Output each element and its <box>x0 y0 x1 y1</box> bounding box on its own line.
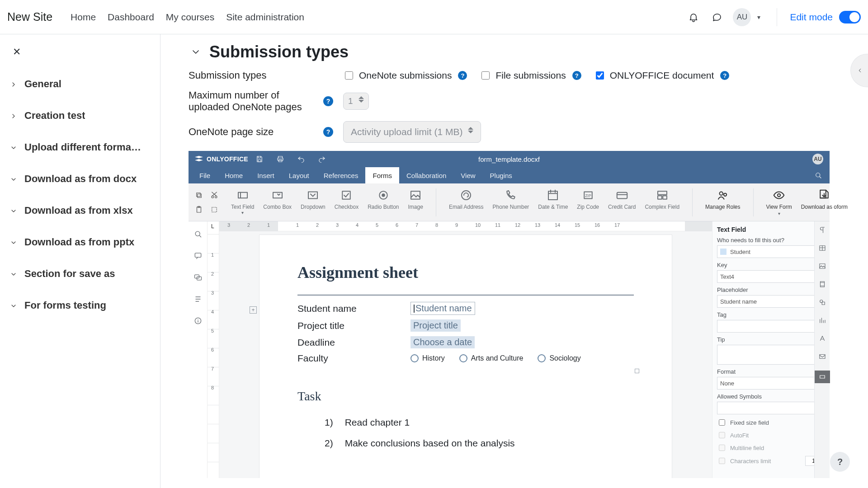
btn-zip[interactable]: ZIPZip Code <box>577 188 599 210</box>
checkbox[interactable] <box>719 419 725 426</box>
form-settings-icon[interactable] <box>815 371 830 383</box>
btn-view-form[interactable]: View Form▾ <box>766 188 792 216</box>
page-size-select[interactable]: Activity upload limit (1 MB) <box>343 121 481 143</box>
oo-canvas[interactable]: Assignment sheet + Student name Student … <box>219 231 712 478</box>
shape-icon[interactable] <box>818 298 826 306</box>
nav-home[interactable]: Home <box>71 12 96 23</box>
paragraph-icon[interactable] <box>818 226 826 234</box>
tag-input[interactable] <box>717 320 825 333</box>
drawer-open-right[interactable] <box>851 54 868 87</box>
oo-avatar[interactable]: AU <box>812 154 823 164</box>
sidebar-item-download-xlsx[interactable]: Download as from xlsx <box>10 195 156 226</box>
user-avatar[interactable]: AU <box>733 8 751 26</box>
help-icon[interactable]: ? <box>323 127 333 137</box>
task-item[interactable]: 2)Make conclusions based on the analysis <box>325 438 634 449</box>
document-page[interactable]: Assignment sheet + Student name Student … <box>259 235 672 478</box>
tip-input[interactable] <box>717 345 825 365</box>
textart-icon[interactable] <box>818 334 826 343</box>
radio-arts[interactable]: Arts and Culture <box>459 354 524 362</box>
tab-references[interactable]: References <box>316 167 366 183</box>
field-project-title[interactable]: Project title <box>410 319 461 332</box>
field-deadline[interactable]: Choose a date <box>410 336 475 348</box>
sidebar-item-forms-testing[interactable]: For forms testing <box>10 290 156 321</box>
oo-search-icon[interactable] <box>814 171 822 179</box>
oo-doc-name[interactable]: form_template.docxf <box>478 155 540 163</box>
checkbox[interactable] <box>481 71 490 80</box>
radio-sociology[interactable]: Sociology <box>538 354 580 362</box>
cut-icon[interactable] <box>208 189 220 201</box>
find-icon[interactable] <box>193 230 203 239</box>
btn-download-oform[interactable]: Download as oform <box>801 188 848 210</box>
btn-complex[interactable]: Complex Field <box>645 188 679 210</box>
messages-icon[interactable] <box>709 9 725 25</box>
chat-icon[interactable] <box>193 273 203 282</box>
sidebar-item-upload-formats[interactable]: Upload different formats t… <box>10 132 156 163</box>
fixed-size-check[interactable]: Fixed size field <box>717 418 825 427</box>
radio-history[interactable]: History <box>410 354 445 362</box>
site-brand[interactable]: New Site <box>7 10 52 23</box>
btn-radio-button[interactable]: Radio Button <box>368 188 399 210</box>
btn-dropdown[interactable]: Dropdown <box>301 188 326 210</box>
btn-credit[interactable]: Credit Card <box>608 188 636 210</box>
notifications-icon[interactable] <box>686 9 701 25</box>
tab-file[interactable]: File <box>192 167 217 183</box>
max-pages-select[interactable]: 1 <box>343 93 369 110</box>
sidebar-item-creation-test[interactable]: Creation test <box>10 100 156 131</box>
tab-view[interactable]: View <box>453 167 482 183</box>
nav-dashboard[interactable]: Dashboard <box>108 12 154 23</box>
option-onenote[interactable]: OneNote submissions ? <box>343 70 467 81</box>
tab-insert[interactable]: Insert <box>250 167 282 183</box>
btn-text-field[interactable]: Text Field▾ <box>231 188 254 215</box>
help-icon[interactable]: ? <box>572 71 581 80</box>
section-submission-types[interactable]: Submission types <box>190 42 830 61</box>
sidebar-item-download-docx[interactable]: Download as from docx <box>10 164 156 194</box>
btn-phone[interactable]: Phone Number <box>493 188 529 210</box>
selection-handle[interactable] <box>635 369 639 373</box>
redo-icon[interactable] <box>318 155 326 163</box>
btn-checkbox[interactable]: Checkbox <box>335 188 359 210</box>
checkbox[interactable] <box>596 71 604 80</box>
print-icon[interactable] <box>276 155 284 163</box>
sidebar-item-general[interactable]: General <box>10 69 156 99</box>
help-icon[interactable]: ? <box>323 96 333 106</box>
table-icon[interactable] <box>818 244 826 252</box>
key-input[interactable] <box>717 270 825 283</box>
placeholder-input[interactable] <box>717 295 825 308</box>
user-menu-caret[interactable]: ▾ <box>757 14 760 21</box>
sidebar-item-save-as[interactable]: Section for save as <box>10 258 156 289</box>
select-icon[interactable] <box>208 204 220 216</box>
undo-icon[interactable] <box>297 155 305 163</box>
btn-manage-roles[interactable]: Manage Roles <box>705 188 740 210</box>
format-select[interactable]: None▾ <box>717 377 825 389</box>
chart-icon[interactable] <box>818 316 826 324</box>
option-file[interactable]: File submissions ? <box>480 70 581 81</box>
btn-date-time[interactable]: Date & Time <box>538 188 568 210</box>
help-icon[interactable]: ? <box>458 71 467 80</box>
table-handle-icon[interactable]: + <box>250 306 257 314</box>
btn-email[interactable]: Email Address <box>449 188 484 210</box>
comments-icon[interactable] <box>193 251 203 260</box>
info-icon[interactable] <box>193 316 203 325</box>
btn-combo-box[interactable]: Combo Box <box>263 188 292 210</box>
checkbox[interactable] <box>345 71 353 80</box>
save-icon[interactable] <box>255 155 264 163</box>
doc-subheading[interactable]: Task <box>297 389 634 404</box>
edit-mode-toggle[interactable] <box>839 11 861 23</box>
allowed-input[interactable] <box>717 402 825 414</box>
help-fab[interactable]: ? <box>830 452 850 472</box>
sidebar-item-download-pptx[interactable]: Download as from pptx <box>10 227 156 258</box>
tab-layout[interactable]: Layout <box>282 167 316 183</box>
tab-forms[interactable]: Forms <box>365 167 399 183</box>
nav-site-admin[interactable]: Site administration <box>226 12 304 23</box>
close-sidebar-icon[interactable]: ✕ <box>13 46 156 58</box>
tab-home[interactable]: Home <box>217 167 250 183</box>
tab-collaboration[interactable]: Collaboration <box>399 167 453 183</box>
paste-icon[interactable] <box>193 204 205 216</box>
task-item[interactable]: 1)Read chapter 1 <box>325 417 634 428</box>
doc-title[interactable]: Assignment sheet <box>297 263 634 282</box>
tab-plugins[interactable]: Plugins <box>483 167 519 183</box>
mail-merge-icon[interactable] <box>818 352 826 361</box>
btn-image[interactable]: Image <box>408 188 423 210</box>
option-onlyoffice[interactable]: ONLYOFFICE document ? <box>594 70 730 81</box>
outline-icon[interactable] <box>193 295 203 304</box>
